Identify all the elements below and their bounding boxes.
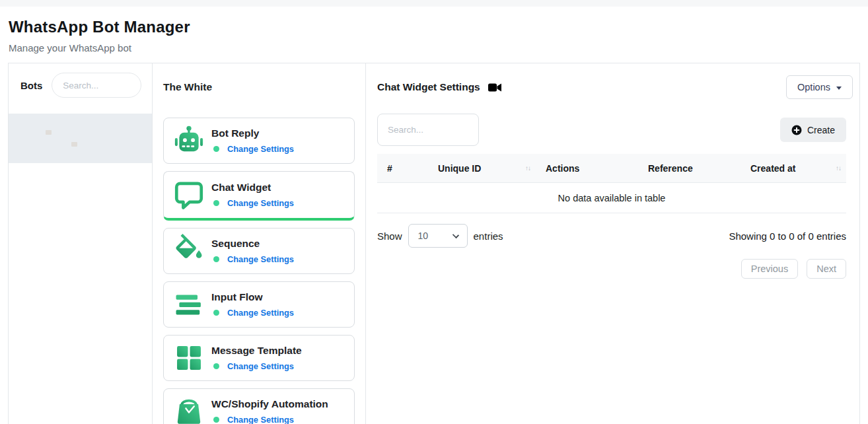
change-settings-link[interactable]: Change Settings bbox=[227, 308, 294, 318]
shopping-bag-icon bbox=[172, 394, 206, 424]
create-button[interactable]: Create bbox=[780, 118, 846, 142]
module-card-input-flow[interactable]: Input Flow Change Settings bbox=[163, 281, 355, 328]
options-button[interactable]: Options bbox=[786, 75, 853, 99]
module-card-title: Chat Widget bbox=[211, 182, 294, 194]
entries-summary: Showing 0 to 0 of 0 entries bbox=[729, 230, 846, 242]
column-header-actions[interactable]: Actions bbox=[536, 163, 638, 174]
status-dot bbox=[213, 146, 219, 152]
change-settings-link[interactable]: Change Settings bbox=[227, 361, 294, 371]
paint-bucket-icon bbox=[172, 234, 206, 268]
table-header-row: # Unique ID ↑↓ Actions Reference Created… bbox=[377, 154, 846, 183]
table-toolbar: Create bbox=[377, 114, 846, 146]
column-header-created-at[interactable]: Created at ↑↓ bbox=[741, 163, 846, 174]
modules-column: The White bbox=[153, 63, 366, 424]
grid-icon bbox=[172, 341, 206, 375]
sort-icon[interactable]: ↑↓ bbox=[836, 164, 841, 172]
module-card-title: Bot Reply bbox=[211, 127, 294, 139]
page-title: WhatsApp Bot Manager bbox=[9, 18, 860, 36]
status-dot bbox=[213, 363, 219, 369]
module-card-list: Bot Reply Change Settings Chat Widget bbox=[163, 118, 355, 424]
video-camera-icon[interactable] bbox=[488, 83, 502, 92]
bots-label: Bots bbox=[20, 80, 42, 91]
status-dot bbox=[213, 417, 219, 423]
plus-circle-icon bbox=[791, 125, 802, 135]
change-settings-link[interactable]: Change Settings bbox=[227, 144, 294, 154]
status-dot bbox=[213, 256, 219, 262]
module-card-bot-reply[interactable]: Bot Reply Change Settings bbox=[163, 118, 355, 164]
bots-sidebar: Bots bbox=[9, 63, 153, 424]
previous-button[interactable]: Previous bbox=[741, 259, 798, 279]
table-controls: Show 10 entries Showing 0 to 0 of 0 entr… bbox=[377, 224, 846, 248]
bots-search-input[interactable] bbox=[52, 73, 141, 98]
pagination: Previous Next bbox=[377, 259, 846, 279]
module-card-message-template[interactable]: Message Template Change Settings bbox=[163, 335, 355, 381]
module-card-title: Sequence bbox=[211, 238, 294, 250]
page-size-select[interactable]: 10 bbox=[408, 224, 468, 248]
list-bars-icon bbox=[172, 287, 206, 322]
create-button-label: Create bbox=[807, 125, 835, 135]
content-panel: Bots The White bbox=[8, 63, 860, 424]
module-card-title: Input Flow bbox=[211, 291, 294, 303]
chevron-down-icon bbox=[452, 232, 458, 238]
options-button-label: Options bbox=[797, 82, 830, 92]
table-empty-message: No data available in table bbox=[377, 183, 846, 213]
column-header-reference[interactable]: Reference bbox=[638, 163, 741, 174]
column-header-index[interactable]: # bbox=[377, 163, 428, 174]
bot-list-item-selected[interactable] bbox=[9, 114, 152, 163]
robot-icon bbox=[172, 124, 206, 158]
bot-name: The White bbox=[163, 81, 355, 93]
top-strip bbox=[0, 0, 868, 7]
main-header: Chat Widget Settings Options bbox=[377, 75, 846, 99]
status-dot bbox=[213, 200, 219, 206]
entries-label: entries bbox=[474, 230, 503, 242]
main-column: Chat Widget Settings Options bbox=[366, 63, 859, 424]
show-label: Show bbox=[377, 230, 402, 242]
next-button[interactable]: Next bbox=[807, 259, 846, 279]
status-dot bbox=[213, 310, 219, 316]
change-settings-link[interactable]: Change Settings bbox=[227, 415, 294, 424]
data-table: # Unique ID ↑↓ Actions Reference Created… bbox=[377, 154, 846, 213]
page-size-value: 10 bbox=[418, 230, 429, 241]
module-card-title: Message Template bbox=[211, 345, 302, 357]
module-card-title: WC/Shopify Automation bbox=[211, 398, 328, 410]
change-settings-link[interactable]: Change Settings bbox=[227, 198, 294, 208]
module-card-wc-shopify[interactable]: WC/Shopify Automation Change Settings bbox=[163, 388, 355, 424]
chevron-down-icon bbox=[836, 87, 842, 90]
change-settings-link[interactable]: Change Settings bbox=[227, 254, 294, 264]
table-search-input[interactable] bbox=[377, 114, 479, 146]
bots-header: Bots bbox=[9, 63, 152, 98]
section-title: Chat Widget Settings bbox=[377, 81, 480, 93]
chat-bubble-icon bbox=[172, 178, 206, 212]
sort-icon[interactable]: ↑↓ bbox=[525, 164, 530, 172]
page-size-control: Show 10 entries bbox=[377, 224, 503, 248]
page-header: WhatsApp Bot Manager Manage your WhatsAp… bbox=[0, 7, 868, 63]
module-card-sequence[interactable]: Sequence Change Settings bbox=[163, 228, 355, 274]
column-header-unique-id[interactable]: Unique ID ↑↓ bbox=[428, 163, 536, 174]
page-subtitle: Manage your WhatsApp bot bbox=[9, 42, 860, 53]
module-card-chat-widget[interactable]: Chat Widget Change Settings bbox=[163, 171, 355, 221]
